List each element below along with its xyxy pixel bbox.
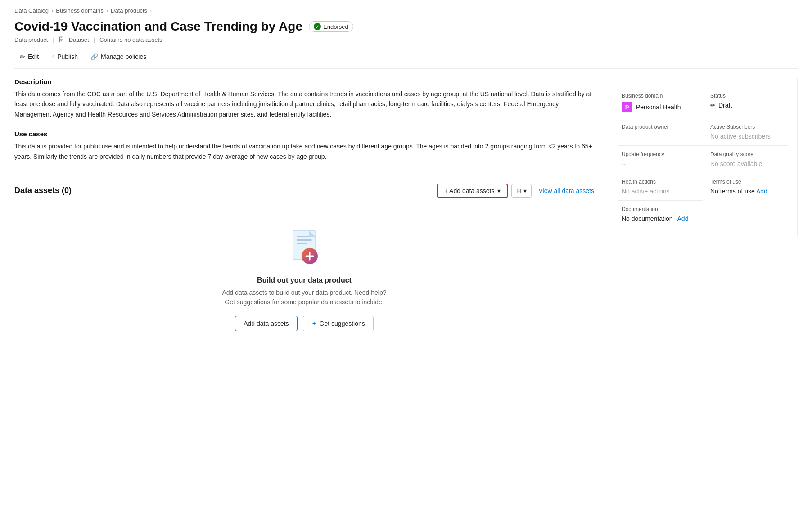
endorsed-label: Endorsed <box>323 23 348 30</box>
breadcrumb-data-products[interactable]: Data products <box>111 7 147 14</box>
business-domain-label: Business domain <box>622 93 695 99</box>
breadcrumb-sep-1: › <box>51 7 53 14</box>
manage-policies-button[interactable]: 🔗 Manage policies <box>85 50 152 63</box>
grid-icon: ⊞ <box>516 187 522 194</box>
use-cases-section: Use cases This data is provided for publ… <box>14 130 594 162</box>
active-subscribers-label: Active Subscribers <box>710 124 785 130</box>
update-frequency-cell: Update frequency -- <box>618 146 703 173</box>
endorsed-check-icon: ✓ <box>314 23 321 30</box>
manage-icon: 🔗 <box>90 53 98 60</box>
empty-state: Build out your data product Add data ass… <box>14 209 594 349</box>
description-text: This data comes from the CDC as a part o… <box>14 89 594 119</box>
right-sidebar: Business domain P Personal Health Status… <box>609 78 798 237</box>
draft-pencil-icon: ✏ <box>710 102 716 109</box>
data-assets-section: Data assets (0) + Add data assets ▾ ⊞ ▾ … <box>14 176 594 349</box>
status-label: Status <box>710 93 785 99</box>
get-suggestions-label: Get suggestions <box>320 320 365 327</box>
view-toggle-button[interactable]: ⊞ ▾ <box>511 184 532 198</box>
terms-of-use-cell: Terms of use No terms of use Add <box>703 173 788 201</box>
business-domain-cell: Business domain P Personal Health <box>618 87 703 118</box>
add-data-assets-button[interactable]: + Add data assets ▾ <box>437 184 508 198</box>
terms-value-row: No terms of use Add <box>710 188 785 195</box>
edit-icon: ✏ <box>20 53 25 60</box>
status-cell: Status ✏ Draft <box>703 87 788 118</box>
data-assets-actions: + Add data assets ▾ ⊞ ▾ View all data as… <box>437 184 594 198</box>
data-quality-label: Data quality score <box>710 151 785 158</box>
empty-state-desc: Add data assets to build out your data p… <box>219 288 390 307</box>
description-title: Description <box>14 78 594 86</box>
suggestions-icon: ✦ <box>311 320 317 327</box>
publish-label: Publish <box>57 53 78 60</box>
publish-icon: ↑ <box>51 53 54 60</box>
toolbar: ✏ Edit ↑ Publish 🔗 Manage policies <box>14 50 798 69</box>
edit-label: Edit <box>28 53 39 60</box>
domain-icon: P <box>622 102 632 112</box>
subtitle-type: Data product <box>14 36 48 43</box>
get-suggestions-button[interactable]: ✦ Get suggestions <box>303 316 374 331</box>
data-product-owner-label: Data product owner <box>622 124 695 130</box>
page-container: Data Catalog › Business domains › Data p… <box>0 0 812 356</box>
business-domain-value: Personal Health <box>636 104 681 111</box>
subtitle-contains: Contains no data assets <box>99 36 162 43</box>
view-all-link[interactable]: View all data assets <box>539 187 594 194</box>
terms-label: Terms of use <box>710 179 785 185</box>
breadcrumb-data-catalog[interactable]: Data Catalog <box>14 7 49 14</box>
breadcrumb-business-domains[interactable]: Business domains <box>56 7 104 14</box>
breadcrumb-sep-2: › <box>106 7 108 14</box>
view-toggle-chevron-icon: ▾ <box>523 187 527 194</box>
svg-rect-2 <box>297 239 312 241</box>
add-data-assets-label: + Add data assets <box>444 187 495 194</box>
empty-state-actions: Add data assets ✦ Get suggestions <box>235 316 374 331</box>
health-actions-label: Health actions <box>622 179 695 185</box>
add-data-assets-chevron-icon: ▾ <box>497 187 501 194</box>
endorsed-badge: ✓ Endorsed <box>309 21 353 32</box>
empty-state-title: Build out your data product <box>257 276 352 284</box>
title-row: Covid-19 Vaccination and Case Trending b… <box>14 19 798 34</box>
subtitle-sep-2: | <box>94 36 95 43</box>
add-assets-label: Add data assets <box>244 320 289 327</box>
left-content: Description This data comes from the CDC… <box>14 78 594 349</box>
page-title: Covid-19 Vaccination and Case Trending b… <box>14 19 302 34</box>
documentation-cell: Documentation No documentation Add <box>618 201 788 228</box>
breadcrumb-sep-3: › <box>150 7 152 14</box>
documentation-value-row: No documentation Add <box>622 215 785 222</box>
status-text: Draft <box>718 102 732 109</box>
data-product-owner-cell: Data product owner <box>618 118 703 146</box>
add-assets-button[interactable]: Add data assets <box>235 316 297 331</box>
terms-add-link[interactable]: Add <box>756 188 767 195</box>
sidebar-grid: Business domain P Personal Health Status… <box>618 87 788 228</box>
edit-button[interactable]: ✏ Edit <box>14 50 44 63</box>
dataset-icon: 🗄 <box>59 36 64 43</box>
active-subscribers-value: No active subscribers <box>710 133 785 140</box>
description-section: Description This data comes from the CDC… <box>14 78 594 119</box>
documentation-value: No documentation <box>622 215 673 222</box>
domain-badge: P Personal Health <box>622 102 695 112</box>
documentation-add-link[interactable]: Add <box>677 215 689 222</box>
status-value: ✏ Draft <box>710 102 785 109</box>
empty-state-icon <box>284 227 325 267</box>
subtitle-kind: Dataset <box>69 36 89 43</box>
manage-label: Manage policies <box>101 53 146 60</box>
data-assets-header: Data assets (0) + Add data assets ▾ ⊞ ▾ … <box>14 184 594 198</box>
svg-rect-3 <box>297 243 307 244</box>
documentation-label: Documentation <box>622 206 785 212</box>
subtitle-row: Data product | 🗄 Dataset | Contains no d… <box>14 36 798 43</box>
breadcrumb: Data Catalog › Business domains › Data p… <box>14 7 798 14</box>
data-quality-cell: Data quality score No score available <box>703 146 788 173</box>
update-frequency-label: Update frequency <box>622 151 695 158</box>
use-cases-text: This data is provided for public use and… <box>14 141 594 162</box>
health-actions-cell: Health actions No active actions <box>618 173 703 201</box>
subtitle-sep-1: | <box>52 36 54 43</box>
data-quality-value: No score available <box>710 160 785 167</box>
main-layout: Description This data comes from the CDC… <box>14 78 798 349</box>
terms-value: No terms of use <box>710 188 755 195</box>
active-subscribers-cell: Active Subscribers No active subscribers <box>703 118 788 146</box>
use-cases-title: Use cases <box>14 130 594 138</box>
health-actions-value: No active actions <box>622 188 695 195</box>
data-assets-title: Data assets (0) <box>14 186 72 195</box>
publish-button[interactable]: ↑ Publish <box>46 50 83 63</box>
update-frequency-value: -- <box>622 160 695 167</box>
